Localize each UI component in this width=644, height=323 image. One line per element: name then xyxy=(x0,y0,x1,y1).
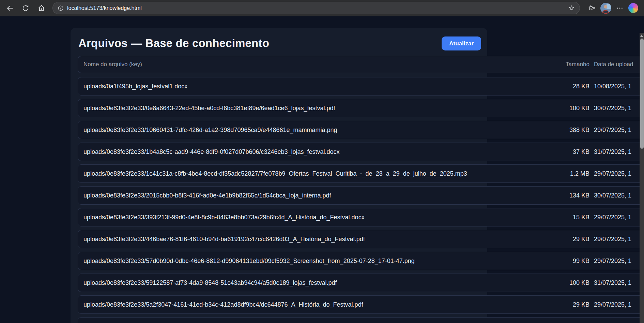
info-icon xyxy=(58,5,64,11)
file-name: uploads/0e83fe3f2e33/57d0b90d-0dbc-46e6-… xyxy=(83,258,552,265)
file-size: 99 KB xyxy=(552,258,589,265)
table-row: uploads/0e83fe3f2e33/10660431-7dfc-426d-… xyxy=(78,121,644,139)
file-size: 100 KB xyxy=(552,279,589,287)
reload-button[interactable] xyxy=(19,2,32,15)
column-header-name: Nome do arquivo (key) xyxy=(83,61,552,68)
toolbar-right-group xyxy=(585,2,638,15)
page-scrollbar[interactable] xyxy=(640,33,644,323)
file-list: uploads/0a1f495b_lojas_festval1.docx 28 … xyxy=(78,77,644,314)
star-lines-icon xyxy=(588,4,596,12)
table-row: uploads/0a1f495b_lojas_festval1.docx 28 … xyxy=(78,77,644,96)
file-name: uploads/0e83fe3f2e33/1c41c31a-c8fb-4be4-… xyxy=(83,170,552,177)
table-row: uploads/0e83fe3f2e33/5a2f3047-4161-41ed-… xyxy=(78,295,644,314)
home-icon xyxy=(37,4,45,12)
home-button[interactable] xyxy=(35,2,48,15)
table-row: uploads/0e83fe3f2e33/2015cbb0-b8f3-416f-… xyxy=(78,186,644,205)
reload-icon xyxy=(22,4,29,12)
file-upload-date: 31/07/2025, 1 xyxy=(594,148,644,156)
back-button[interactable] xyxy=(3,2,16,15)
table-row: uploads/0e83fe3f2e33/1b4a8c5c-aad9-446e-… xyxy=(78,143,644,161)
files-table: Nome do arquivo (key) Tamanho Data de up… xyxy=(78,56,644,323)
file-name: uploads/0e83fe3f2e33/393f213f-99d0-4e8f-… xyxy=(83,214,552,221)
ellipsis-icon xyxy=(616,4,624,12)
file-size: 28 KB xyxy=(552,83,589,90)
file-size: 134 KB xyxy=(552,192,589,199)
file-upload-date: 29/07/2025, 1 xyxy=(594,236,644,243)
file-name: uploads/0e83fe3f2e33/1b4a8c5c-aad9-446e-… xyxy=(83,148,552,156)
star-icon xyxy=(568,5,575,11)
file-size: 388 KB xyxy=(552,127,589,134)
file-upload-date: 30/07/2025, 1 xyxy=(594,105,644,112)
table-row: uploads/0e83fe3f2e33/57d0b90d-0dbc-46e6-… xyxy=(78,252,644,270)
table-row: uploads/0e83fe3f2e33/393f213f-99d0-4e8f-… xyxy=(78,208,644,226)
scrollbar-thumb[interactable] xyxy=(640,39,644,149)
page-title: Arquivos — Base de conhecimento xyxy=(78,37,269,50)
file-upload-date: 29/07/2025, 1 xyxy=(594,258,644,265)
more-menu-button[interactable] xyxy=(613,2,626,15)
file-upload-date: 10/08/2025, 1 xyxy=(594,83,644,90)
file-name: uploads/0e83fe3f2e33/2015cbb0-b8f3-416f-… xyxy=(83,192,552,199)
profile-avatar-button[interactable] xyxy=(600,3,611,14)
table-header-row: Nome do arquivo (key) Tamanho Data de up… xyxy=(78,56,644,73)
file-size: 29 KB xyxy=(552,301,589,308)
file-upload-date: 29/07/2025, 1 xyxy=(594,214,644,221)
file-name: uploads/0e83fe3f2e33/10660431-7dfc-426d-… xyxy=(83,127,552,134)
file-upload-date: 31/07/2025, 1 xyxy=(594,279,644,287)
column-header-date: Data de upload xyxy=(594,61,644,68)
file-name: uploads/0e83fe3f2e33/59122587-af73-4da9-… xyxy=(83,279,552,287)
file-name: uploads/0e83fe3f2e33/446bae76-81f6-4610-… xyxy=(83,236,552,243)
back-arrow-icon xyxy=(6,4,14,12)
page-content: Arquivos — Base de conhecimento Atualiza… xyxy=(0,16,644,323)
file-upload-date: 29/07/2025, 1 xyxy=(594,127,644,134)
file-upload-date: 29/07/2025, 1 xyxy=(594,170,644,177)
refresh-button[interactable]: Atualizar xyxy=(442,36,481,50)
file-name: uploads/0e83fe3f2e33/0e8a6643-22ed-45be-… xyxy=(83,105,552,112)
avatar-photo xyxy=(600,3,611,14)
table-row: uploads/0e83fe3f2e33/1c41c31a-c8fb-4be4-… xyxy=(78,164,644,183)
table-row: uploads/0e83fe3f2e33/59122587-af73-4da9-… xyxy=(78,274,644,292)
file-size: 29 KB xyxy=(552,236,589,243)
site-info-button[interactable] xyxy=(58,5,64,11)
file-size: 1.2 MB xyxy=(552,170,589,177)
file-name: uploads/0e83fe3f2e33/5a2f3047-4161-41ed-… xyxy=(83,301,552,308)
table-row-partial xyxy=(78,317,644,323)
column-header-size: Tamanho xyxy=(552,61,589,68)
table-row: uploads/0e83fe3f2e33/0e8a6643-22ed-45be-… xyxy=(78,99,644,117)
knowledge-base-card: Arquivos — Base de conhecimento Atualiza… xyxy=(71,28,487,323)
file-size: 100 KB xyxy=(552,105,589,112)
file-size: 15 KB xyxy=(552,214,589,221)
card-header: Arquivos — Base de conhecimento Atualiza… xyxy=(71,28,487,51)
file-name: uploads/0a1f495b_lojas_festval1.docx xyxy=(83,83,552,90)
file-upload-date: 29/07/2025, 1 xyxy=(594,301,644,308)
copilot-button[interactable] xyxy=(628,3,638,13)
file-upload-date: 30/07/2025, 1 xyxy=(594,192,644,199)
url-text: localhost:5173/knowledge.html xyxy=(67,5,565,11)
table-row: uploads/0e83fe3f2e33/446bae76-81f6-4610-… xyxy=(78,230,644,248)
address-bar[interactable]: localhost:5173/knowledge.html xyxy=(52,2,580,14)
bookmark-star-button[interactable] xyxy=(568,5,575,11)
file-size: 37 KB xyxy=(552,148,589,156)
scrollbar-up-arrow-icon[interactable] xyxy=(640,34,643,37)
browser-toolbar: localhost:5173/knowledge.html xyxy=(0,0,644,16)
favorites-bar-button[interactable] xyxy=(585,2,598,15)
